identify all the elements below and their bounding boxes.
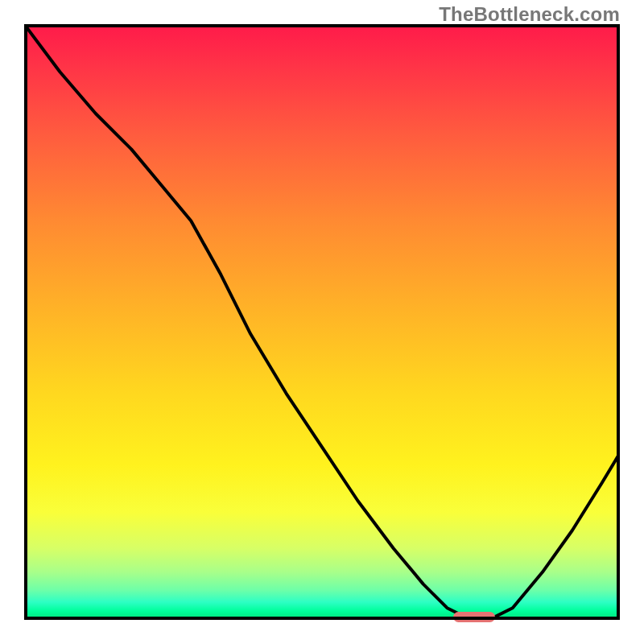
bottleneck-curve	[24, 24, 620, 620]
watermark-text: TheBottleneck.com	[439, 3, 620, 26]
curve-svg	[24, 24, 620, 620]
plot-area	[24, 24, 620, 620]
chart-frame: TheBottleneck.com	[0, 0, 644, 644]
optimal-range-marker	[453, 612, 495, 622]
